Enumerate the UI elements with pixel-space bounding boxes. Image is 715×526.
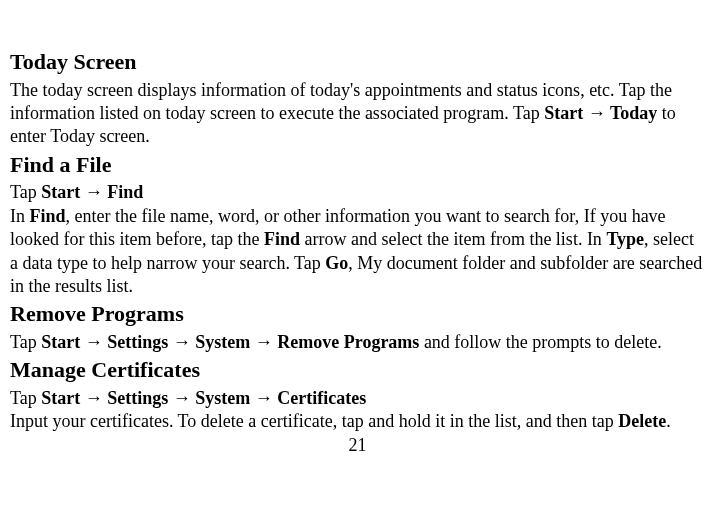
arrow-icon: →	[85, 388, 103, 408]
arrow-icon: →	[85, 182, 103, 202]
text: and follow the prompts to delete.	[419, 332, 661, 352]
text: Tap	[10, 332, 41, 352]
para-today: The today screen displays information of…	[10, 79, 705, 149]
page-number: 21	[10, 434, 705, 457]
text-bold-settings: Settings	[103, 388, 173, 408]
text-bold-settings: Settings	[103, 332, 173, 352]
text-bold-go: Go	[325, 253, 348, 273]
heading-today-screen: Today Screen	[10, 48, 705, 77]
text-bold-find: Find	[264, 229, 300, 249]
heading-remove-programs: Remove Programs	[10, 300, 705, 329]
text-bold-type: Type	[606, 229, 644, 249]
arrow-icon: →	[85, 332, 103, 352]
text: Tap	[10, 182, 41, 202]
text: Input your certificates. To delete a cer…	[10, 411, 618, 431]
text-bold-system: System	[191, 388, 255, 408]
text-bold-delete: Delete	[618, 411, 666, 431]
arrow-icon: →	[255, 388, 273, 408]
para-manage-path: Tap Start → Settings → System → Certific…	[10, 387, 705, 410]
para-remove: Tap Start → Settings → System → Remove P…	[10, 331, 705, 354]
heading-manage-certificates: Manage Certificates	[10, 356, 705, 385]
text-bold-start: Start	[544, 103, 588, 123]
text-bold-find: Find	[103, 182, 144, 202]
para-find-body: In Find, enter the file name, word, or o…	[10, 205, 705, 299]
text-bold-remove-programs: Remove Programs	[273, 332, 420, 352]
para-manage-body: Input your certificates. To delete a cer…	[10, 410, 705, 433]
arrow-icon: →	[173, 388, 191, 408]
document-page: Today Screen The today screen displays i…	[0, 0, 715, 485]
text: arrow and select the item from the list.…	[300, 229, 606, 249]
text-bold-start: Start	[41, 182, 85, 202]
text: Tap	[10, 388, 41, 408]
arrow-icon: →	[255, 332, 273, 352]
text-bold-start: Start	[41, 388, 85, 408]
arrow-icon: →	[588, 103, 606, 123]
para-find-path: Tap Start → Find	[10, 181, 705, 204]
heading-find-file: Find a File	[10, 151, 705, 180]
text-bold-today: Today	[606, 103, 658, 123]
arrow-icon: →	[173, 332, 191, 352]
text: .	[666, 411, 671, 431]
text-bold-start: Start	[41, 332, 85, 352]
text-bold-system: System	[191, 332, 255, 352]
text: In	[10, 206, 30, 226]
text-bold-certificates: Certificates	[273, 388, 366, 408]
text-bold-find: Find	[30, 206, 66, 226]
